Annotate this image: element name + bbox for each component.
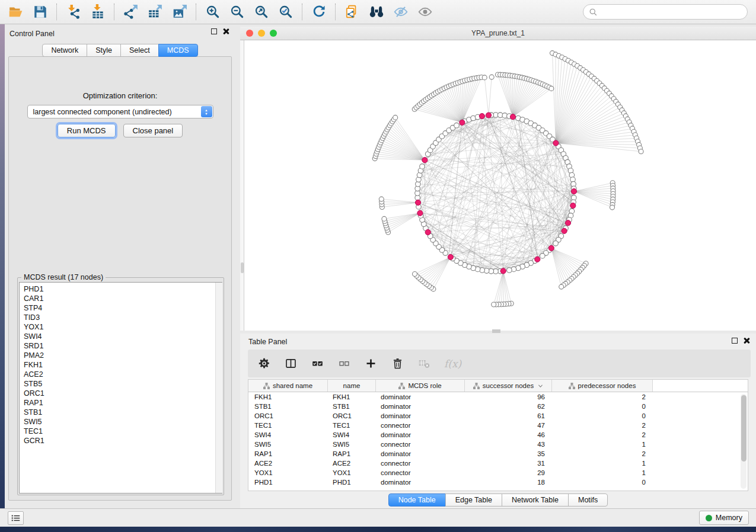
mcds-result-item[interactable]: SRD1	[24, 341, 222, 351]
network-node[interactable]	[454, 123, 460, 128]
mcds-result-item[interactable]: TID3	[24, 313, 222, 322]
zoom-fit-button[interactable]	[249, 2, 273, 22]
network-canvas[interactable]	[240, 40, 756, 331]
open-file-button[interactable]	[4, 2, 28, 22]
mcds-result-item[interactable]: RAP1	[24, 398, 222, 408]
mcds-result-item[interactable]: STB5	[24, 379, 222, 389]
mcds-result-list[interactable]: PHD1CAR1STP4TID3YOX1SWI4SRD1PMA2FKH1ACE2…	[19, 282, 222, 493]
mcds-node[interactable]	[535, 257, 540, 262]
mcds-node[interactable]	[415, 200, 420, 205]
save-session-button[interactable]	[28, 2, 52, 22]
column-header-predecessor-nodes[interactable]: predecessor nodes	[552, 380, 653, 392]
mcds-node[interactable]	[570, 203, 576, 209]
settings-gear-button[interactable]	[257, 355, 270, 373]
column-header-MCDS-role[interactable]: MCDS role	[376, 380, 465, 392]
mcds-result-item[interactable]: TEC1	[24, 427, 222, 436]
table-row[interactable]: YOX1YOX1connector291	[248, 468, 748, 477]
mcds-result-item[interactable]: FKH1	[24, 360, 222, 370]
table-row[interactable]: FKH1FKH1dominator962	[248, 392, 748, 402]
traffic-light-minimize-icon[interactable]	[258, 30, 265, 37]
network-node[interactable]	[379, 197, 384, 201]
tab-motifs[interactable]: Motifs	[568, 493, 608, 507]
mcds-result-item[interactable]: SWI4	[24, 332, 222, 341]
mcds-node[interactable]	[553, 140, 559, 146]
mcds-node[interactable]	[448, 254, 453, 259]
float-table-panel-icon[interactable]	[732, 338, 738, 344]
find-in-network-button[interactable]	[364, 2, 388, 22]
network-node[interactable]	[489, 75, 494, 79]
network-node[interactable]	[639, 149, 643, 154]
tab-select[interactable]: Select	[120, 44, 159, 57]
mcds-result-item[interactable]: PMA2	[24, 351, 222, 360]
float-panel-icon[interactable]	[211, 28, 217, 34]
mcds-result-item[interactable]: CAR1	[24, 294, 222, 303]
mcds-list-scrollbar[interactable]	[215, 283, 222, 493]
tab-network-table[interactable]: Network Table	[502, 493, 569, 507]
table-row[interactable]: PHD1PHD1dominator180	[248, 477, 748, 487]
network-node[interactable]	[492, 302, 496, 307]
network-node[interactable]	[549, 86, 554, 91]
traffic-light-maximize-icon[interactable]	[270, 30, 277, 37]
table-row[interactable]: RAP1RAP1dominator352	[248, 449, 748, 459]
mcds-node[interactable]	[510, 114, 515, 120]
mcds-node[interactable]	[425, 229, 430, 235]
close-panel-icon[interactable]	[222, 28, 229, 35]
refresh-layout-button[interactable]	[307, 2, 331, 22]
network-vertical-scrollbar[interactable]	[240, 40, 244, 331]
mcds-node[interactable]	[460, 120, 465, 125]
mcds-result-item[interactable]: ORC1	[24, 389, 222, 398]
mcds-result-item[interactable]: STP4	[24, 303, 222, 313]
zoom-in-button[interactable]	[200, 2, 225, 22]
column-header-successor-nodes[interactable]: successor nodes	[465, 380, 552, 392]
task-history-button[interactable]	[8, 511, 24, 525]
criterion-dropdown[interactable]: largest connected component (undirected)…	[27, 105, 213, 118]
mcds-node[interactable]	[571, 188, 576, 194]
network-window-titlebar[interactable]: YPA_prune.txt_1	[240, 27, 756, 40]
network-node[interactable]	[507, 268, 512, 273]
mcds-node[interactable]	[548, 245, 554, 251]
network-node[interactable]	[393, 115, 398, 120]
traffic-light-close-icon[interactable]	[246, 30, 253, 37]
table-row[interactable]: ACE2ACE2connector311	[248, 459, 748, 468]
mcds-result-item[interactable]: YOX1	[24, 322, 222, 332]
tab-mcds[interactable]: MCDS	[158, 44, 198, 57]
column-header-name[interactable]: name	[328, 380, 376, 392]
network-node[interactable]	[610, 205, 615, 210]
network-node[interactable]	[482, 75, 487, 80]
export-network-button[interactable]	[119, 2, 143, 22]
tab-node-table[interactable]: Node Table	[388, 493, 446, 507]
table-row[interactable]: ORC1ORC1dominator610	[248, 411, 748, 421]
mcds-node[interactable]	[422, 158, 428, 163]
network-vertical-scrollbar-thumb[interactable]	[241, 262, 244, 273]
unselect-all-checkboxes-button[interactable]	[337, 355, 350, 373]
column-header-shared-name[interactable]: shared name	[248, 380, 328, 392]
table-row[interactable]: SWI5SWI5connector431	[248, 440, 748, 449]
network-horizontal-scrollbar-thumb[interactable]	[492, 329, 500, 333]
network-node[interactable]	[420, 164, 425, 169]
tab-edge-table[interactable]: Edge Table	[445, 493, 502, 507]
tab-style[interactable]: Style	[87, 44, 121, 57]
close-panel-button[interactable]: Close panel	[123, 124, 183, 137]
zoom-selected-button[interactable]	[273, 2, 298, 22]
mcds-node[interactable]	[417, 210, 423, 216]
delete-table-button[interactable]	[417, 355, 430, 373]
search-input[interactable]	[601, 8, 742, 16]
show-all-button[interactable]	[413, 2, 437, 22]
mcds-result-item[interactable]: ACE2	[24, 370, 222, 379]
export-image-button[interactable]	[167, 2, 192, 22]
select-all-checkboxes-button[interactable]	[311, 355, 324, 373]
network-node[interactable]	[553, 241, 559, 246]
mcds-result-item[interactable]: PHD1	[24, 284, 222, 294]
zoom-out-button[interactable]	[225, 2, 249, 22]
mcds-node[interactable]	[500, 268, 506, 274]
hide-selected-button[interactable]	[388, 2, 413, 22]
tab-network[interactable]: Network	[42, 44, 87, 57]
network-node[interactable]	[382, 216, 387, 221]
add-column-button[interactable]	[364, 355, 377, 373]
close-table-panel-icon[interactable]	[743, 337, 750, 344]
mcds-result-item[interactable]: GCR1	[24, 436, 222, 446]
table-row[interactable]: STB1STB1dominator620	[248, 402, 748, 411]
mcds-node[interactable]	[565, 220, 570, 226]
mcds-node[interactable]	[479, 113, 484, 118]
table-row[interactable]: SWI4SWI4dominator462	[248, 430, 748, 440]
